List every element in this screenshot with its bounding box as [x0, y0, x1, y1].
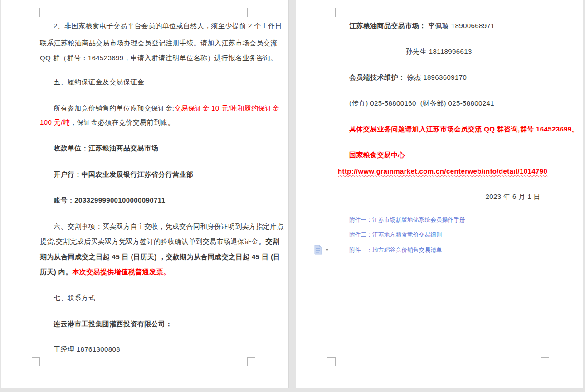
- deposit-text: 所有参加竞价销售的单位应预交保证金:: [54, 104, 174, 112]
- qq-notice-line: 具体交易业务问题请加入江苏市场会员交流 QQ 群咨询,群号 164523699。: [336, 124, 554, 134]
- deposit-amount-text: 交易保证金 10 元/吨和履约保证金: [174, 104, 279, 112]
- company-line: 连云港市工投集团灌西投资有限公司：: [40, 319, 261, 329]
- body-line: 期为从合同成交之日起 45 日 (日历天) ，交款期为从合同成交之日起 45 日…: [40, 252, 247, 262]
- bank-line: 开户行：中国农业发展银行江苏省分行营业部: [40, 169, 261, 179]
- body-line: 提货,交割完成后买卖双方凭双方签订的验收确认单到交易市场退保证金。交割: [40, 237, 247, 247]
- body-line: 联系江苏粮油商品交易市场办理会员登记注册手续。请加入江苏市场会员交流: [40, 38, 247, 48]
- crop-mark: [541, 8, 549, 17]
- crop-mark: [32, 357, 40, 366]
- crop-mark: [541, 357, 549, 366]
- body-line: QQ 群（群号：164523699，申请入群请注明单位名称）进行报名业务咨询。: [40, 53, 247, 63]
- delivery-text: 提货,交割完成后买卖双方凭双方签订的验收确认单到交易市场退保证金。: [40, 237, 265, 245]
- crop-mark: [327, 8, 336, 17]
- crop-mark: [327, 357, 336, 366]
- tech-label: 会员端技术维护：: [349, 73, 405, 81]
- body-line: 100 元/吨，保证金必须在竞价交易前到账。: [40, 117, 247, 127]
- market-label: 江苏粮油商品交易市场：: [349, 22, 426, 29]
- body-line: 2、非国家粮食电子交易平台会员的单位或自然人，须至少提前 2 个工作日: [40, 21, 261, 31]
- attachment-link-2[interactable]: 附件二：江苏地方粮食竞价交易细则: [336, 230, 554, 240]
- invoice-notice-text: 本次交易提供增值税普通发票。: [73, 268, 171, 276]
- market-contact-line: 孙先生 18118996613: [336, 47, 585, 57]
- attachment-link-1[interactable]: 附件一：江苏市场新版地储系统会员操作手册: [336, 215, 554, 225]
- attachment-link-3[interactable]: 附件三：地方稻谷竞价销售交易清单: [336, 245, 554, 255]
- crop-mark: [247, 357, 255, 366]
- document-icon[interactable]: [314, 244, 323, 257]
- body-line: 历天) 内。本次交易提供增值税普通发票。: [40, 267, 247, 277]
- deposit-amount-text: 100 元/吨: [40, 118, 70, 126]
- tech-contact-line: 会员端技术维护： 徐杰 18963609170: [336, 73, 554, 82]
- delivery-period-text: 历天) 内。: [40, 268, 73, 276]
- date-line: 2023 年 6 月 1 日: [336, 192, 555, 202]
- center-name-line: 国家粮食交易中心: [336, 150, 554, 160]
- company-contact-line: 王经理 18761300808: [40, 344, 261, 354]
- market-contact-line: 江苏粮油商品交易市场： 李佩璇 18900668971: [336, 21, 554, 31]
- body-line: 所有参加竞价销售的单位应预交保证金:交易保证金 10 元/吨和履约保证金: [40, 103, 261, 113]
- center-url-link[interactable]: http://www.grainmarket.com.cn/centerweb/…: [336, 166, 543, 176]
- account-line: 账号：20332999900100000090711: [40, 195, 261, 205]
- market-contact: 李佩璇 18900668971: [426, 22, 495, 29]
- section-heading: 七、联系方式: [40, 293, 261, 303]
- fax-line: (传真) 025-58800160 (财务部) 025-58800241: [336, 98, 554, 108]
- dropdown-caret-icon[interactable]: [325, 249, 329, 251]
- document-canvas: 2、非国家粮食电子交易平台会员的单位或自然人，须至少提前 2 个工作日 联系江苏…: [0, 0, 585, 392]
- crop-mark: [247, 8, 255, 17]
- body-line: 六、交割事项：买卖双方自主交收，凭成交合同和身份证明到卖方指定库点: [40, 222, 261, 232]
- section-heading: 五、履约保证金及交易保证金: [40, 77, 261, 87]
- delivery-period-text: 交割: [265, 237, 279, 245]
- deposit-text: ，保证金必须在竞价交易前到账。: [70, 118, 175, 126]
- crop-mark: [32, 8, 40, 17]
- tech-contact: 徐杰 18963609170: [405, 73, 467, 81]
- payee-line: 收款单位：江苏粮油商品交易市场: [40, 143, 261, 153]
